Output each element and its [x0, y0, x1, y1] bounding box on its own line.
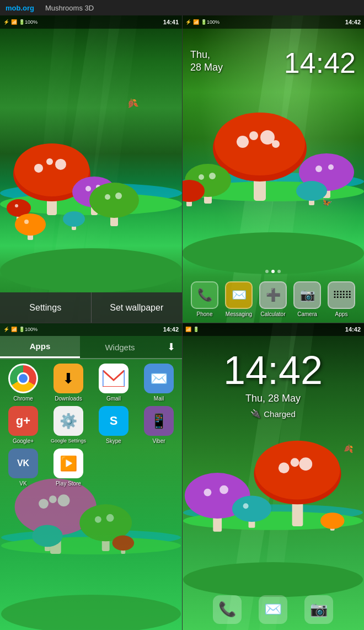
- svg-point-58: [49, 495, 57, 503]
- lock-camera-icon[interactable]: 📷: [304, 595, 333, 624]
- dock-messaging-label: Messaging: [226, 311, 252, 317]
- svg-point-10: [46, 158, 53, 165]
- svg-point-41: [315, 165, 322, 172]
- svg-point-21: [115, 193, 122, 199]
- lock-messaging-icon[interactable]: ✉️: [259, 595, 287, 624]
- dock-camera[interactable]: 📷 Camera: [293, 281, 321, 317]
- status-right-bl: 14:42: [163, 326, 179, 333]
- battery-tr: 🔋100%: [201, 19, 220, 25]
- svg-point-81: [279, 462, 290, 473]
- app-gsettings[interactable]: ⚙️ Google Settings: [48, 406, 89, 444]
- messaging-dock-icon: ✉️: [225, 281, 253, 309]
- app-skype[interactable]: S Skype: [93, 406, 134, 444]
- dock-phone[interactable]: 📞 Phone: [191, 281, 218, 317]
- app-playstore[interactable]: ▶️ Play Store: [48, 449, 89, 487]
- panel-app-drawer: ⚡ 📶 🔋100% 14:42 Apps Widgets ⬇: [0, 323, 182, 630]
- status-right-tl: 14:41: [163, 19, 179, 25]
- drawer-tabs: Apps Widgets ⬇: [0, 336, 182, 359]
- dock-apps-label: Apps: [335, 311, 348, 317]
- panel-lockscreen: 🍂 📶 🔋 14:42 14:42 Thu, 28 May 🔌 Charged …: [182, 323, 364, 630]
- mail-icon: ✉️: [144, 364, 174, 393]
- usb-icon-tr: ⚡: [185, 19, 191, 25]
- app-mail[interactable]: ✉️ Mail: [138, 364, 179, 402]
- svg-point-64: [32, 525, 62, 547]
- gplus-icon: g+: [8, 406, 38, 436]
- homescreen-date: Thu, 28 May: [190, 49, 223, 74]
- app-chrome[interactable]: Chrome: [3, 364, 44, 402]
- signal-icon: 📶: [11, 19, 17, 25]
- gsettings-icon: ⚙️: [53, 406, 83, 436]
- svg-point-83: [291, 458, 299, 467]
- dock-calculator[interactable]: ➕ Calculator: [259, 281, 287, 317]
- homescreen-time: 14:42: [284, 49, 356, 77]
- gplus-label: Google+: [13, 438, 34, 444]
- tab-apps[interactable]: Apps: [0, 336, 80, 358]
- svg-point-82: [299, 457, 312, 471]
- lock-phone-icon[interactable]: 📞: [213, 595, 242, 624]
- svg-point-27: [0, 248, 182, 292]
- dock-apps[interactable]: ⠿⠿⠿ Apps: [328, 281, 355, 317]
- calculator-dock-icon: ➕: [259, 281, 287, 309]
- status-bar-br: 📶 🔋 14:42: [182, 323, 364, 336]
- playstore-label: Play Store: [56, 480, 81, 487]
- app-vk[interactable]: VK VK: [3, 449, 44, 487]
- app-gplus[interactable]: g+ Google+: [3, 406, 44, 444]
- svg-point-92: [320, 512, 344, 529]
- svg-point-20: [105, 194, 110, 200]
- dock-messaging[interactable]: ✉️ Messaging: [225, 281, 253, 317]
- page-indicator: [182, 270, 364, 273]
- svg-point-61: [95, 516, 101, 522]
- settings-button[interactable]: Settings: [0, 292, 92, 323]
- usb-icon: ⚡: [3, 19, 9, 25]
- status-left-bl: ⚡ 📶 🔋100%: [3, 327, 38, 332]
- chrome-ring: [10, 365, 36, 392]
- svg-point-26: [63, 211, 85, 227]
- skype-icon: S: [99, 406, 129, 436]
- svg-point-8: [34, 164, 43, 173]
- status-right-br: 14:42: [345, 326, 361, 333]
- set-wallpaper-button[interactable]: Set wallpaper: [92, 292, 183, 323]
- svg-point-24: [24, 220, 29, 224]
- svg-point-38: [272, 140, 280, 148]
- svg-point-46: [209, 173, 216, 179]
- status-bar-tl: ⚡ 📶 🔋100% 14:41: [0, 15, 182, 29]
- dock-phone-label: Phone: [197, 311, 213, 317]
- page-title: Mushrooms 3D: [45, 4, 94, 12]
- battery-br: 🔋: [193, 327, 199, 332]
- app-gmail[interactable]: Gmail: [93, 364, 134, 402]
- gmail-label: Gmail: [106, 396, 121, 402]
- homescreen-clock: Thu, 28 May 14:42: [182, 49, 364, 77]
- svg-point-56: [39, 499, 49, 509]
- chrome-label: Chrome: [13, 396, 33, 402]
- charged-text: Charged: [264, 409, 296, 419]
- app-viber[interactable]: 📱 Viber: [138, 406, 179, 444]
- status-bar-tr: ⚡ 📶 🔋100% 14:42: [182, 15, 364, 29]
- wifi-icon-br: 📶: [185, 327, 191, 332]
- wifi-icon-bl: 📶: [11, 327, 17, 332]
- svg-point-86: [204, 488, 211, 496]
- tab-widgets[interactable]: Widgets: [80, 336, 160, 358]
- status-left-br: 📶 🔋: [185, 327, 199, 332]
- svg-point-80: [255, 440, 340, 499]
- skype-label: Skype: [106, 438, 121, 444]
- lockscreen-clock: 14:42 Thu, 28 May 🔌 Charged: [182, 350, 364, 419]
- dock-calculator-label: Calculator: [260, 311, 285, 317]
- viber-icon: 📱: [144, 406, 174, 436]
- mail-label: Mail: [154, 396, 164, 402]
- gsettings-label: Google Settings: [51, 438, 86, 444]
- downloads-label: Downloads: [55, 396, 82, 402]
- chrome-inner: [17, 372, 29, 385]
- playstore-icon: ▶️: [53, 449, 83, 478]
- page-dot-1: [265, 270, 269, 273]
- panel-wallpaper-preview: 🍂 ⚡ 📶 🔋100% 14:41 Settings Set wallpaper: [0, 15, 182, 323]
- svg-point-53: [1, 537, 181, 554]
- app-grid: Chrome ⬇ Downloads Gmail: [0, 359, 182, 491]
- horizontal-divider: [0, 323, 364, 323]
- svg-point-9: [55, 159, 66, 170]
- status-right-tr: 14:42: [345, 19, 361, 25]
- app-downloads[interactable]: ⬇ Downloads: [48, 364, 89, 402]
- wallpaper-buttons: Settings Set wallpaper: [0, 292, 182, 323]
- svg-point-69: [1, 595, 181, 630]
- gmail-icon: [99, 364, 129, 393]
- tab-download-button[interactable]: ⬇: [160, 336, 182, 358]
